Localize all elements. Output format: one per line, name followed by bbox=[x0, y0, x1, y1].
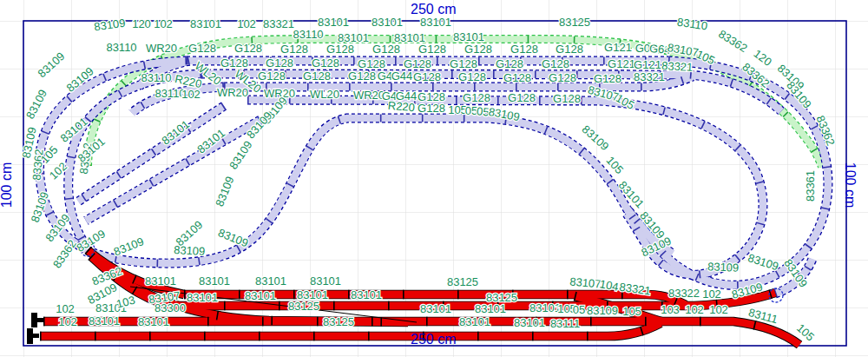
track-part-label: 105 bbox=[448, 103, 467, 116]
track-part-label: G44 bbox=[391, 69, 413, 83]
track-part-label: 83101 bbox=[420, 302, 451, 315]
track-part-label: 83322 bbox=[668, 287, 700, 300]
track-part-label: G128 bbox=[358, 57, 385, 70]
board-width-label-bottom: 250 cm bbox=[411, 332, 456, 347]
track-part-label: 83111 bbox=[550, 317, 580, 330]
track-part-label: 83101 bbox=[89, 314, 120, 327]
track-part-label: G128 bbox=[496, 57, 523, 70]
track-part-label: 83101 bbox=[372, 16, 403, 29]
track-part-label: 103 bbox=[661, 303, 680, 316]
track-part-label: G128 bbox=[508, 91, 536, 104]
track-part-label: G128 bbox=[312, 56, 339, 69]
track-part-label: G128 bbox=[266, 56, 293, 69]
track-part-label: 83101 bbox=[514, 316, 545, 329]
track-part-label: 83101 bbox=[453, 30, 484, 43]
track-part-label: 83101 bbox=[245, 289, 276, 302]
track-part-label: 83321 bbox=[661, 59, 694, 74]
track-part-label: G128 bbox=[280, 43, 308, 56]
track-part-label: 83101 bbox=[351, 288, 382, 301]
track-part-label: G128 bbox=[458, 70, 486, 83]
track-part-label: 102 bbox=[154, 17, 173, 30]
track-part-label: G128 bbox=[303, 69, 331, 83]
track-part-label: G128 bbox=[463, 91, 490, 104]
track-part-label: G128 bbox=[556, 43, 583, 56]
track-part-label: 102 bbox=[56, 302, 75, 315]
track-part-label: 83101 bbox=[529, 301, 561, 314]
track-part-label: 102 bbox=[237, 17, 256, 30]
track-part-label: 83101 bbox=[310, 274, 341, 288]
board-height-label-left: 100 cm bbox=[0, 162, 15, 208]
track-part-label: G128 bbox=[220, 56, 248, 69]
track-part-label: G121 bbox=[604, 41, 632, 54]
track-part-label: 83110 bbox=[141, 71, 171, 84]
track-plan-drawing[interactable]: 8310912010283101102833218310183101831018… bbox=[0, 0, 868, 357]
track-part-label: 102 bbox=[702, 288, 721, 301]
track-part-label: 83109 bbox=[174, 243, 206, 258]
track-part-label: 105 bbox=[622, 305, 641, 318]
track-part-label: G128 bbox=[450, 57, 477, 70]
track-part-label: 83101 bbox=[187, 291, 218, 304]
track-part-label: 120 bbox=[132, 17, 151, 30]
track-part-label: 83110 bbox=[106, 41, 136, 54]
track-part-label: 83321 bbox=[263, 17, 294, 30]
track-part-label: 83125 bbox=[559, 16, 590, 29]
track-part-label: 83109 bbox=[587, 304, 618, 317]
track-part-label: 83125 bbox=[288, 300, 319, 313]
track-part-label: G128 bbox=[549, 71, 576, 84]
track-part-label: 83361 bbox=[804, 170, 817, 202]
buffer-stop-icon bbox=[33, 334, 39, 338]
track-part-label: WL20 bbox=[310, 88, 339, 101]
track-part-label: 83101 bbox=[145, 274, 176, 288]
track-part-label: G128 bbox=[188, 42, 216, 55]
track-part-label: 83125 bbox=[323, 315, 354, 328]
track-part-label: G128 bbox=[418, 43, 446, 56]
track-part-label: 83110 bbox=[293, 28, 323, 41]
track-part-label: 83125 bbox=[447, 275, 478, 288]
track-part-label: 83101 bbox=[190, 17, 221, 30]
track-part-label: G128 bbox=[404, 57, 431, 70]
buffer-stop-icon bbox=[31, 313, 37, 327]
track-part-label: G128 bbox=[234, 42, 262, 55]
track-part-label: R220 bbox=[387, 99, 415, 115]
track-part-label: G128 bbox=[553, 92, 581, 105]
track-part-label: 102 bbox=[58, 315, 77, 328]
track-part-label: 102 bbox=[685, 303, 704, 316]
track-part-label: 83101 bbox=[475, 302, 506, 315]
track-part-label: G128 bbox=[348, 69, 376, 83]
track-part-label: 83101 bbox=[459, 315, 490, 328]
track-part-label: G128 bbox=[258, 69, 286, 83]
track-part-label: G128 bbox=[464, 43, 492, 56]
track-part-label: 83101 bbox=[138, 315, 169, 328]
track-part-label: 83107 bbox=[569, 274, 602, 290]
track-part-label: G128 bbox=[594, 72, 621, 85]
track-part-label: 05 bbox=[573, 303, 585, 316]
track-plan-canvas[interactable]: 8310912010283101102833218310183101831018… bbox=[0, 0, 868, 357]
buffer-stop-icon bbox=[37, 318, 43, 322]
track-part-label: 83101 bbox=[420, 16, 451, 29]
track-part-label: WR20 bbox=[353, 89, 385, 102]
track-part-label: G128 bbox=[413, 70, 441, 83]
buffer-stop-icon bbox=[27, 328, 33, 344]
track-part-label: G128 bbox=[542, 57, 569, 70]
track-part-label: 83101 bbox=[255, 274, 286, 288]
track-part-label: G121 bbox=[608, 57, 635, 70]
track-part-label: G128 bbox=[510, 43, 538, 56]
track-part-label: G121 bbox=[634, 58, 661, 71]
track-part-label: 102 bbox=[709, 303, 728, 316]
track-part-label: WR20 bbox=[146, 42, 177, 55]
board-width-label-top: 250 cm bbox=[411, 2, 456, 17]
track-part-label: 83109 bbox=[707, 260, 740, 274]
board-height-label-right: 100 cm bbox=[842, 162, 858, 208]
track-part-label: G128 bbox=[326, 43, 354, 56]
track-part-label: 83300 bbox=[155, 301, 186, 314]
track-part-label: 102 bbox=[181, 88, 201, 101]
track-part-label: 83321 bbox=[634, 70, 665, 83]
track-part-label: WR20 bbox=[217, 86, 248, 99]
track-part-label: G128 bbox=[418, 102, 445, 115]
track-part-label: G128 bbox=[372, 43, 400, 56]
track-part-label: G128 bbox=[503, 71, 531, 84]
track-part-label: 83101 bbox=[318, 16, 349, 29]
track-part-label: 83101 bbox=[199, 274, 230, 288]
